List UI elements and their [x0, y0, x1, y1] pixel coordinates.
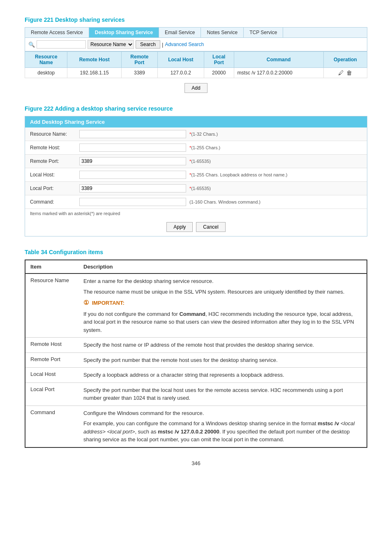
- config-desc-remote-host: Specify the host name or IP address of t…: [78, 338, 367, 353]
- tab-bar: Remote Access Service Desktop Sharing Se…: [25, 27, 367, 38]
- tab-desktop-sharing[interactable]: Desktop Sharing Service: [89, 28, 159, 37]
- label-remote-host: Remote Host:: [30, 145, 79, 151]
- col-resource-name: ResourceName: [25, 52, 67, 68]
- search-icon: 🔍: [28, 42, 35, 48]
- form-row-command: Command: (1-160 Chars. Windows command.): [25, 195, 367, 209]
- page-number: 346: [25, 460, 367, 466]
- tab-email[interactable]: Email Service: [159, 28, 201, 37]
- form-row-local-port: Local Port: *(1-65535): [25, 182, 367, 195]
- form-buttons: Apply Cancel: [25, 218, 367, 236]
- desc-para-2: The resource name must be unique in the …: [83, 288, 362, 296]
- label-command: Command:: [30, 199, 79, 205]
- config-row-remote-port: Remote Port Specify the port number that…: [25, 352, 367, 368]
- desc-para-1: Enter a name for the desktop sharing ser…: [83, 277, 362, 285]
- edit-icon[interactable]: 🖊: [338, 70, 344, 76]
- input-command[interactable]: [79, 198, 186, 206]
- operation-icons: 🖊 🗑: [327, 70, 364, 76]
- search-button[interactable]: Search: [136, 40, 160, 49]
- config-desc-remote-port: Specify the port number that the remote …: [78, 352, 367, 368]
- form-note: Items marked with an asterisk(*) are req…: [25, 209, 367, 218]
- config-row-local-host: Local Host Specify a loopback address or…: [25, 368, 367, 383]
- input-remote-port[interactable]: [79, 157, 186, 165]
- form-row-remote-host: Remote Host: *(1-255 Chars.): [25, 141, 367, 155]
- form-header: Add Desktop Sharing Service: [25, 116, 367, 127]
- cell-remote-port: 3389: [121, 68, 157, 78]
- config-item-local-port: Local Port: [25, 382, 78, 406]
- resource-name-dropdown[interactable]: Resource Name: [88, 40, 134, 49]
- hint-local-port: *(1-65535): [189, 186, 211, 191]
- important-label: IMPORTANT:: [92, 300, 125, 306]
- apply-button[interactable]: Apply: [166, 222, 193, 232]
- col-remote-port: RemotePort: [121, 52, 157, 68]
- config-item-remote-host: Remote Host: [25, 338, 78, 353]
- search-bar: 🔍 Resource Name Search | Advanced Search: [25, 38, 367, 51]
- hint-local-host: *(1-255 Chars. Loopback address or host …: [189, 172, 287, 177]
- add-btn-row: Add: [25, 83, 367, 93]
- cell-remote-host: 192.168.1.15: [67, 68, 121, 78]
- config-item-local-host: Local Host: [25, 368, 78, 383]
- label-local-port: Local Port:: [30, 185, 79, 191]
- tab-tcp[interactable]: TCP Service: [244, 28, 283, 37]
- table-34-title: Table 34 Configuration items: [25, 249, 367, 255]
- desc-para-important: ① IMPORTANT:: [83, 298, 362, 308]
- search-input[interactable]: [37, 40, 86, 49]
- config-row-remote-host: Remote Host Specify the host name or IP …: [25, 338, 367, 353]
- config-item-resource-name: Resource Name: [25, 273, 78, 338]
- figure-222-title: Figure 222 Adding a desktop sharing serv…: [25, 105, 367, 112]
- col-remote-host: Remote Host: [67, 52, 121, 68]
- config-item-command: Command: [25, 406, 78, 447]
- form-row-remote-port: Remote Port: *(1-65535): [25, 155, 367, 168]
- cell-local-host: 127.0.0.2: [157, 68, 204, 78]
- figure-221-title: Figure 221 Desktop sharing services: [25, 16, 367, 23]
- figure-221-section: Figure 221 Desktop sharing services Remo…: [25, 16, 367, 93]
- config-col-item: Item: [25, 260, 78, 273]
- config-desc-local-host: Specify a loopback address or a characte…: [78, 368, 367, 383]
- cancel-button[interactable]: Cancel: [196, 222, 225, 232]
- col-operation: Operation: [323, 52, 367, 68]
- label-resource-name: Resource Name:: [30, 131, 79, 137]
- config-item-remote-port: Remote Port: [25, 352, 78, 368]
- config-row-command: Command Configure the Windows command fo…: [25, 406, 367, 447]
- input-local-host[interactable]: [79, 171, 186, 179]
- delete-icon[interactable]: 🗑: [346, 70, 352, 76]
- col-local-host: Local Host: [157, 52, 204, 68]
- form-row-resource-name: Resource Name: *(1-32 Chars.): [25, 127, 367, 141]
- cell-command: mstsc /v 127.0.0.2:20000: [234, 68, 323, 78]
- cell-resource-name: desktop: [25, 68, 67, 78]
- important-icon: ①: [83, 299, 89, 306]
- label-remote-port: Remote Port:: [30, 158, 79, 164]
- advanced-search-link[interactable]: Advanced Search: [165, 42, 204, 47]
- config-row-local-port: Local Port Specify the port number that …: [25, 382, 367, 406]
- config-desc-resource-name: Enter a name for the desktop sharing ser…: [78, 273, 367, 338]
- tab-remote-access[interactable]: Remote Access Service: [25, 28, 89, 37]
- config-row-resource-name: Resource Name Enter a name for the deskt…: [25, 273, 367, 338]
- label-local-host: Local Host:: [30, 172, 79, 178]
- cell-local-port: 20000: [204, 68, 234, 78]
- table-row: desktop 192.168.1.15 3389 127.0.0.2 2000…: [25, 68, 367, 78]
- hint-remote-host: *(1-255 Chars.): [189, 145, 220, 150]
- config-col-desc: Description: [78, 260, 367, 273]
- config-desc-local-port: Specify the port number that the local h…: [78, 382, 367, 406]
- config-desc-command: Configure the Windows command for the re…: [78, 406, 367, 447]
- desc-para-3: If you do not configure the command for …: [83, 310, 362, 334]
- col-command: Command: [234, 52, 323, 68]
- desktop-services-table: ResourceName Remote Host RemotePort Loca…: [25, 51, 367, 78]
- input-resource-name[interactable]: [79, 130, 186, 138]
- hint-resource-name: *(1-32 Chars.): [189, 132, 218, 137]
- tab-notes[interactable]: Notes Service: [201, 28, 244, 37]
- hint-remote-port: *(1-65535): [189, 159, 211, 164]
- add-desktop-form: Add Desktop Sharing Service Resource Nam…: [25, 116, 367, 236]
- input-remote-host[interactable]: [79, 144, 186, 152]
- figure-222-section: Figure 222 Adding a desktop sharing serv…: [25, 105, 367, 236]
- cell-operation: 🖊 🗑: [323, 68, 367, 78]
- input-local-port[interactable]: [79, 184, 186, 192]
- separator: |: [162, 42, 163, 48]
- config-table: Item Description Resource Name Enter a n…: [25, 260, 367, 448]
- table-34-section: Table 34 Configuration items Item Descri…: [25, 249, 367, 448]
- col-local-port: LocalPort: [204, 52, 234, 68]
- hint-command: (1-160 Chars. Windows command.): [189, 199, 261, 204]
- add-button[interactable]: Add: [184, 83, 207, 93]
- form-row-local-host: Local Host: *(1-255 Chars. Loopback addr…: [25, 168, 367, 182]
